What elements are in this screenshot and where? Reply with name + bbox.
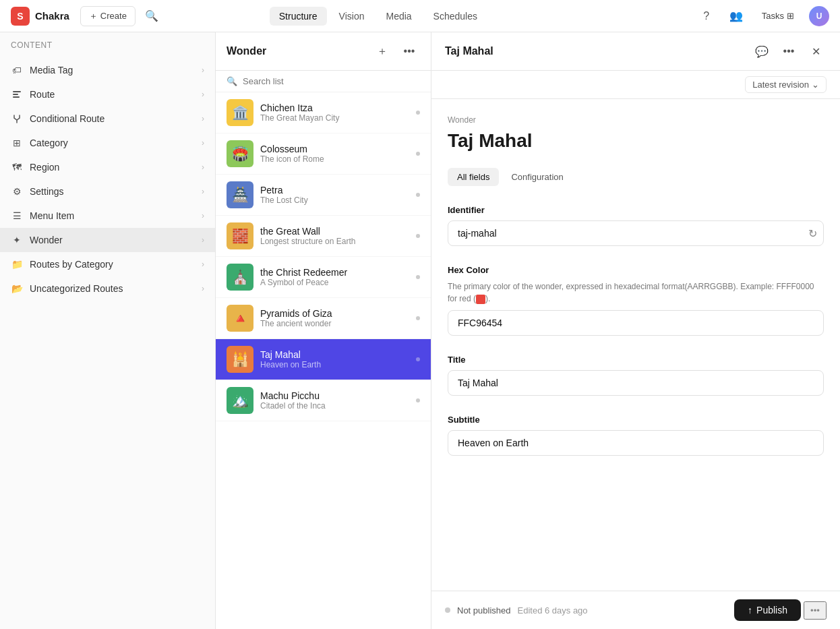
middle-actions: ＋ •••	[371, 40, 420, 62]
chevron-icon: ›	[202, 211, 204, 220]
list-item[interactable]: 🏔️ Machu Picchu Citadel of the Inca	[216, 380, 431, 421]
upload-icon: ↑	[748, 605, 752, 616]
item-subtitle: The Lost City	[260, 196, 409, 205]
item-status-dot	[416, 275, 420, 279]
sidebar-item-menu-item[interactable]: ☰ Menu Item ›	[0, 204, 215, 228]
subtitle-field: Subtitle	[448, 415, 824, 456]
publish-more-button[interactable]: •••	[804, 601, 827, 620]
hex-color-field: Hex Color The primary color of the wonde…	[448, 265, 824, 336]
title-field: Title	[448, 355, 824, 396]
sidebar-label-wonder: Wonder	[30, 235, 63, 245]
revision-selector[interactable]: Latest revision ⌄	[745, 76, 827, 93]
hex-color-description: The primary color of the wonder, express…	[448, 280, 824, 305]
list-item[interactable]: 🔺 Pyramids of Giza The ancient wonder	[216, 298, 431, 339]
item-subtitle: Citadel of the Inca	[260, 401, 409, 411]
tab-schedules[interactable]: Schedules	[424, 7, 487, 26]
refresh-identifier-button[interactable]: ↻	[808, 227, 817, 240]
search-button[interactable]: 🔍	[141, 5, 162, 27]
item-thumbnail: 🧱	[227, 222, 253, 249]
hex-color-input[interactable]	[448, 310, 824, 336]
users-icon: 👥	[729, 9, 743, 22]
item-text: the Christ Redeemer A Symbol of Peace	[260, 267, 409, 287]
sidebar-label-region: Region	[30, 162, 59, 173]
list-item[interactable]: 🏛️ Chichen Itza The Great Mayan City	[216, 92, 431, 133]
item-title: Taj Mahal	[260, 349, 409, 360]
tab-structure[interactable]: Structure	[270, 7, 327, 26]
folder-icon: 📁	[11, 258, 23, 270]
item-text: the Great Wall Longest structure on Eart…	[260, 226, 409, 246]
tab-media[interactable]: Media	[376, 7, 421, 26]
publish-button[interactable]: ↑ Publish	[734, 599, 801, 621]
item-status-dot	[416, 111, 420, 115]
sidebar-item-wonder[interactable]: ✦ Wonder ›	[0, 228, 215, 252]
tasks-button[interactable]: Tasks ⊞	[755, 7, 801, 24]
sidebar-item-category[interactable]: ⊞ Category ›	[0, 131, 215, 155]
sidebar-label-media-tag: Media Tag	[30, 65, 73, 76]
subtitle-input[interactable]	[448, 430, 824, 456]
content-tabs: All fields Configuration	[448, 168, 824, 186]
item-status-dot	[416, 152, 420, 156]
identifier-input[interactable]	[448, 220, 824, 246]
search-input[interactable]	[243, 76, 420, 86]
svg-rect-0	[13, 91, 21, 92]
title-input[interactable]	[448, 370, 824, 396]
svg-rect-2	[13, 96, 20, 98]
item-status-dot	[416, 193, 420, 197]
sidebar-item-uncategorized-routes[interactable]: 📂 Uncategorized Routes ›	[0, 276, 215, 301]
item-title: the Christ Redeemer	[260, 267, 409, 278]
item-subtitle: Longest structure on Earth	[260, 237, 409, 246]
list-item[interactable]: 🧱 the Great Wall Longest structure on Ea…	[216, 216, 431, 257]
tab-vision[interactable]: Vision	[330, 7, 374, 26]
item-text: Petra The Lost City	[260, 185, 409, 205]
top-nav: S Chakra ＋ Create 🔍 Structure Vision Med…	[0, 0, 840, 32]
chevron-icon: ›	[202, 235, 204, 245]
add-button[interactable]: ＋	[371, 40, 393, 62]
help-button[interactable]: ?	[696, 5, 717, 27]
chevron-icon: ›	[202, 114, 204, 123]
chevron-icon: ›	[202, 65, 204, 75]
close-button[interactable]: ✕	[805, 40, 827, 62]
tab-configuration[interactable]: Configuration	[502, 168, 572, 186]
item-thumbnail: 🏟️	[227, 140, 253, 167]
item-title: Machu Picchu	[260, 390, 409, 401]
sidebar-item-conditional-route[interactable]: Conditional Route ›	[0, 107, 215, 131]
status-left: Not published Edited 6 days ago	[445, 605, 588, 616]
sidebar-item-routes-by-category[interactable]: 📁 Routes by Category ›	[0, 252, 215, 276]
bottom-bar: Not published Edited 6 days ago ↑ Publis…	[431, 591, 840, 629]
sidebar-item-route[interactable]: Route ›	[0, 82, 215, 107]
tasks-icon: ⊞	[787, 11, 794, 21]
tab-all-fields[interactable]: All fields	[448, 168, 499, 186]
content-title: Taj Mahal	[448, 130, 824, 152]
item-text: Taj Mahal Heaven on Earth	[260, 349, 409, 369]
item-subtitle: A Symbol of Peace	[260, 278, 409, 287]
item-text: Pyramids of Giza The ancient wonder	[260, 308, 409, 328]
list-item-taj-mahal[interactable]: 🕌 Taj Mahal Heaven on Earth	[216, 339, 431, 380]
item-subtitle: Heaven on Earth	[260, 360, 409, 369]
create-button[interactable]: ＋ Create	[80, 6, 136, 26]
users-button[interactable]: 👥	[725, 5, 747, 27]
more-options-button[interactable]: •••	[778, 40, 800, 62]
sidebar-item-media-tag[interactable]: 🏷 Media Tag ›	[0, 58, 215, 82]
sidebar-header: Content	[0, 32, 215, 58]
list-item[interactable]: 🏯 Petra The Lost City	[216, 175, 431, 216]
item-text: Colosseum The icon of Rome	[260, 144, 409, 164]
list-item[interactable]: 🏟️ Colosseum The icon of Rome	[216, 133, 431, 175]
map-icon: 🗺	[11, 161, 23, 173]
middle-title: Wonder	[227, 45, 266, 57]
logo[interactable]: S	[11, 7, 30, 26]
identifier-field: Identifier ↻	[448, 205, 824, 246]
chevron-icon: ›	[202, 284, 204, 293]
sidebar-label-routes-by-category: Routes by Category	[30, 259, 113, 270]
comment-button[interactable]: 💬	[751, 40, 773, 62]
sidebar-item-region[interactable]: 🗺 Region ›	[0, 155, 215, 179]
more-button[interactable]: •••	[398, 40, 420, 62]
svg-rect-1	[13, 94, 18, 95]
sidebar-label-conditional-route: Conditional Route	[30, 113, 104, 124]
sidebar-label-category: Category	[30, 138, 68, 148]
list-item[interactable]: ⛪ the Christ Redeemer A Symbol of Peace	[216, 257, 431, 298]
avatar[interactable]: U	[809, 6, 829, 26]
sidebar-item-settings[interactable]: ⚙ Settings ›	[0, 179, 215, 204]
revision-label: Latest revision	[752, 80, 809, 90]
item-title: Petra	[260, 185, 409, 196]
route-icon	[11, 88, 23, 100]
